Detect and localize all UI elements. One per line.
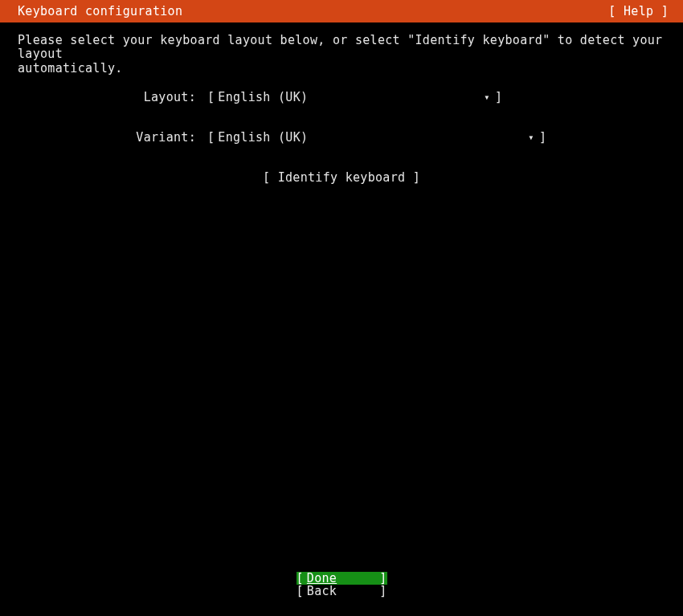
help-button[interactable]: [ Help ] [608,4,669,18]
content-area: Please select your keyboard layout below… [0,22,683,185]
variant-label: Variant: [18,130,207,145]
variant-value: English (UK) [215,130,528,145]
variant-dropdown[interactable]: [ English (UK) ▾ ] [207,130,546,145]
layout-value: English (UK) [215,90,484,104]
footer-buttons: [ Done ] [ Back ] [0,572,683,599]
bracket-close: ] [539,130,546,145]
chevron-down-icon: ▾ [484,92,490,103]
bracket-close: ] [379,585,386,598]
bracket-close: ] [379,572,386,585]
done-button-label: Done [304,572,379,585]
bracket-close: ] [495,90,502,104]
bracket-open: [ [207,130,215,145]
back-button-label: Back [304,585,379,598]
layout-dropdown[interactable]: [ English (UK) ▾ ] [207,90,502,104]
bracket-open: [ [207,90,215,104]
identify-row: [ Identify keyboard ] [18,170,665,185]
header-title: Keyboard configuration [18,4,182,18]
chevron-down-icon: ▾ [528,132,534,143]
identify-keyboard-button[interactable]: [ Identify keyboard ] [263,170,420,185]
variant-field-row: Variant: [ English (UK) ▾ ] [18,130,665,145]
done-button[interactable]: [ Done ] [297,572,387,585]
layout-field-row: Layout: [ English (UK) ▾ ] [18,90,665,104]
bracket-open: [ [297,572,304,585]
instruction-text: Please select your keyboard layout below… [18,34,665,75]
header-bar: Keyboard configuration [ Help ] [0,0,683,22]
bracket-open: [ [297,585,304,598]
layout-label: Layout: [18,90,207,104]
back-button[interactable]: [ Back ] [297,585,387,598]
